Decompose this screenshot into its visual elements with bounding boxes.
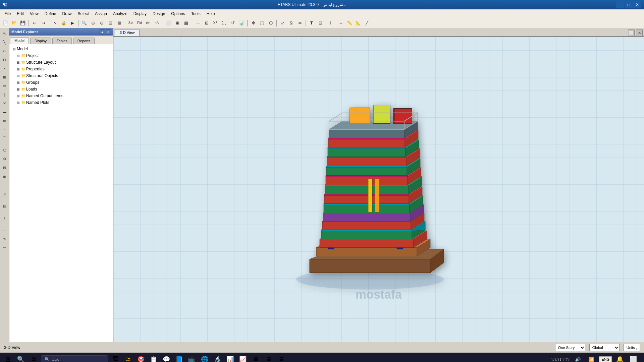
tool-annotation[interactable]: ∿	[1, 235, 9, 243]
tb-3d[interactable]: 3-d	[127, 19, 135, 27]
tool-column[interactable]: ‖	[1, 90, 9, 99]
tool-assign-load[interactable]: ⬡	[1, 146, 9, 154]
story-select[interactable]: One Story All Stories	[555, 344, 585, 351]
tb-text[interactable]: T	[308, 19, 316, 27]
tree-structure-layout[interactable]: ⊞ 📁 Structure Layout	[10, 59, 112, 66]
taskbar-etabs[interactable]: 🏗	[110, 354, 121, 362]
taskbar-safewatch[interactable]: 📋	[148, 354, 159, 362]
tb-fill[interactable]: ▦	[182, 19, 190, 27]
menu-define[interactable]: Define	[42, 10, 59, 17]
tool-ramp[interactable]: ⟋	[1, 125, 9, 133]
menu-options[interactable]: Options	[168, 10, 188, 17]
tool-draw-line[interactable]: ╲	[1, 38, 9, 46]
tool-link[interactable]: ⧖	[1, 190, 9, 198]
explorer-close-button[interactable]: ✕	[106, 29, 111, 35]
taskbar-acrobat[interactable]: 🎯	[136, 354, 146, 362]
language-indicator[interactable]: ENG	[599, 356, 612, 362]
tb-rotate[interactable]: ↺	[229, 19, 237, 27]
menu-tools[interactable]: Tools	[188, 10, 204, 17]
tab-tables[interactable]: Tables	[52, 38, 72, 44]
tool-wall[interactable]: ▬	[1, 108, 9, 116]
tool-point-load[interactable]: ↓	[1, 214, 9, 222]
tb-elp[interactable]: elp	[144, 19, 152, 27]
taskbar-youtube[interactable]: 📺	[186, 354, 197, 362]
tool-floor[interactable]: ▭	[1, 117, 9, 125]
tool-draw-frame[interactable]: ⊟	[1, 56, 9, 64]
tool-prop-mod[interactable]: ⚙	[1, 155, 9, 163]
tb-align[interactable]: ⊣	[325, 19, 333, 27]
taskbar-monitor3[interactable]: 🖥	[276, 354, 286, 362]
tree-project[interactable]: ⊞ 📁 Project	[10, 52, 112, 59]
tb-pld[interactable]: Pld	[136, 19, 144, 27]
menu-draw[interactable]: Draw	[59, 10, 75, 17]
taskbar-file-explorer[interactable]: 🗂	[123, 354, 133, 362]
tb-move[interactable]: ⤢	[278, 19, 286, 27]
menu-assign[interactable]: Assign	[92, 10, 110, 17]
tb-pointer[interactable]: ↖	[51, 19, 59, 27]
tab-model[interactable]: Model	[10, 37, 29, 44]
canvas-area[interactable]: mostafa	[113, 37, 644, 342]
tree-loads[interactable]: ⊞ 📁 Loads	[10, 86, 112, 93]
tb-extrude[interactable]: ▣	[173, 19, 181, 27]
tool-select[interactable]: ↖	[1, 29, 9, 38]
menu-view[interactable]: View	[27, 10, 42, 17]
tool-beam[interactable]: ═	[1, 82, 9, 90]
start-button[interactable]: ⊞	[3, 354, 13, 362]
tb-axes[interactable]: ⊹	[194, 19, 202, 27]
tb-redo[interactable]: ↪	[39, 19, 47, 27]
show-desktop-button[interactable]: ⬜	[628, 354, 639, 362]
tb-grid[interactable]: ⊞	[203, 19, 211, 27]
tb-save[interactable]: 💾	[19, 19, 27, 27]
menu-display[interactable]: Display	[130, 10, 150, 17]
tb-chart[interactable]: 📊	[237, 19, 246, 27]
maximize-button[interactable]: □	[625, 1, 633, 8]
tree-structural-objects[interactable]: ⊞ 📁 Structural Objects	[10, 72, 112, 79]
tb-mirror[interactable]: ⇔	[296, 19, 304, 27]
tb-zoom-out[interactable]: ⊖	[98, 19, 106, 27]
tool-dimension[interactable]: ↔	[1, 226, 9, 234]
tb-zoom-in[interactable]: ⊕	[89, 19, 97, 27]
menu-analyze[interactable]: Analyze	[110, 10, 130, 17]
tb-new[interactable]: 📄	[1, 19, 9, 27]
tool-pen[interactable]: ✏	[1, 243, 9, 251]
network-icon[interactable]: 📶	[586, 354, 596, 362]
taskbar-monitor2[interactable]: 🖥	[263, 354, 274, 362]
tb-lock[interactable]: 🔒	[60, 19, 68, 27]
vtab-close[interactable]: ✕	[636, 29, 643, 36]
tree-named-output-items[interactable]: ⊞ 📁 Named Output Items	[10, 93, 112, 99]
taskbar-powerpoint[interactable]: 📊	[225, 354, 235, 362]
tb-intersect[interactable]: ⊟	[316, 19, 324, 27]
tb-undo[interactable]: ↩	[31, 19, 39, 27]
taskbar-whatsapp[interactable]: 💬	[161, 354, 172, 362]
menu-select[interactable]: Select	[75, 10, 92, 17]
minimize-button[interactable]: —	[616, 1, 624, 8]
tb-ruler[interactable]: 📏	[345, 19, 354, 27]
tool-mass[interactable]: m	[1, 172, 9, 180]
taskview-button[interactable]: ⧉	[28, 354, 39, 362]
tool-node[interactable]: ·	[1, 64, 9, 72]
coord-system-select[interactable]: Global Local	[589, 344, 620, 351]
tab-reports[interactable]: Reports	[73, 38, 95, 44]
tb-zoom-fit[interactable]: ⊡	[106, 19, 114, 27]
view-tab-3d[interactable]: 3-D View	[115, 29, 140, 36]
tb-select-box[interactable]: ⬚	[258, 19, 266, 27]
tree-groups[interactable]: ⊞ 📁 Groups	[10, 79, 112, 86]
tb-cursor[interactable]: ✥	[249, 19, 257, 27]
tb-zoom-rubber[interactable]: 🔍	[80, 19, 88, 27]
notifications-icon[interactable]: 🔔	[614, 354, 625, 362]
tree-properties[interactable]: ⊞ 📁 Properties	[10, 66, 112, 72]
tree-named-plots[interactable]: ⊞ 📁 Named Plots	[10, 99, 112, 106]
search-button[interactable]: 🔍	[15, 354, 26, 362]
tb-measure[interactable]: 📐	[354, 19, 362, 27]
tab-display[interactable]: Display	[30, 38, 51, 44]
taskbar-search-bar[interactable]: 🔍 بحث	[41, 355, 108, 362]
tb-run[interactable]: ▶	[68, 19, 76, 27]
taskbar-browser[interactable]: 🌐	[199, 354, 210, 362]
tree-model-root[interactable]: ⊟ Model	[10, 46, 112, 52]
tb-select-point[interactable]: ⬡	[267, 19, 275, 27]
tool-spring[interactable]: ~	[1, 181, 9, 189]
taskbar-browser2[interactable]: 🔬	[212, 354, 223, 362]
units-button[interactable]: Units ,	[624, 344, 640, 351]
menu-help[interactable]: Help	[204, 10, 218, 17]
taskbar-monitor1[interactable]: 🖥	[250, 354, 261, 362]
